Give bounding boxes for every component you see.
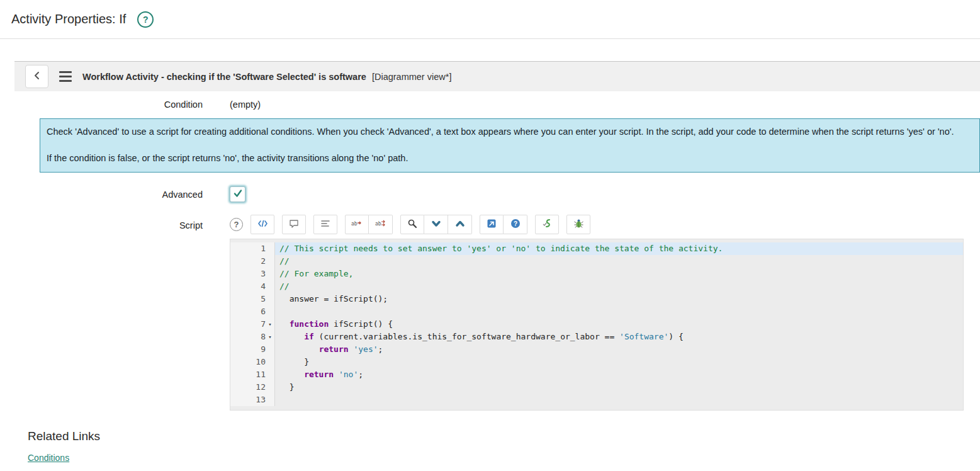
toolbar-group	[313, 215, 337, 234]
code-text: function ifScript() {	[275, 318, 963, 331]
help-icon: ?	[510, 218, 521, 230]
open-fullscreen-button[interactable]	[480, 215, 504, 234]
code-text	[275, 394, 963, 406]
fold-toggle-icon[interactable]: ▾	[266, 318, 274, 331]
line-number-gutter: 6	[230, 305, 275, 318]
activity-title-text: Workflow Activity - checking if the 'Sof…	[82, 72, 366, 82]
toggle-comment-button[interactable]	[282, 215, 306, 234]
page-help-icon[interactable]: ?	[137, 11, 154, 28]
search-button[interactable]	[400, 215, 424, 234]
code-line-2[interactable]: 2//	[230, 255, 963, 268]
page-title: Activity Properties: If	[11, 12, 126, 26]
toolbar-group	[400, 215, 472, 234]
code-line-6[interactable]: 6	[230, 305, 963, 318]
syntax-check-button[interactable]	[535, 215, 559, 234]
fold-toggle-icon[interactable]: ▾	[266, 331, 274, 343]
context-menu-icon[interactable]	[58, 70, 73, 83]
format-code-button[interactable]	[313, 215, 337, 234]
advanced-checkbox[interactable]	[230, 186, 245, 202]
line-number-gutter: 3	[230, 268, 275, 280]
svg-text:ab: ab	[351, 221, 358, 227]
line-number-gutter: 2	[230, 255, 275, 268]
line-number-gutter: 8▾	[230, 331, 275, 343]
line-number-gutter: 12	[230, 381, 275, 394]
script-label: Script	[14, 215, 203, 230]
toolbar-group: abab	[345, 215, 393, 234]
condition-row: Condition (empty)	[14, 99, 980, 110]
code-line-4[interactable]: 4//	[230, 280, 963, 293]
code-line-9[interactable]: 9 return 'yes';	[230, 343, 963, 356]
format-icon	[320, 218, 330, 230]
line-number-gutter: 4	[230, 280, 275, 293]
page-header: Activity Properties: If ?	[0, 0, 980, 39]
toolbar-button-groups: abab?	[251, 215, 590, 234]
replace-all-icon: ab	[375, 218, 386, 230]
toolbar-group	[535, 215, 559, 234]
diagrammer-view-suffix: [Diagrammer view*]	[372, 72, 452, 82]
activity-bar-title: Workflow Activity - checking if the 'Sof…	[82, 72, 451, 82]
script-editor[interactable]: 1// This script needs to set answer to '…	[230, 239, 964, 411]
code-line-10[interactable]: 10 }	[230, 356, 963, 368]
info-message-line1: Check 'Advanced' to use a script for cre…	[47, 127, 973, 137]
script-row: Script ? abab? 1// This script needs to …	[14, 215, 980, 411]
svg-text:?: ?	[513, 220, 517, 227]
code-icon	[257, 218, 268, 230]
replace-all-button[interactable]: ab	[369, 215, 393, 234]
script-debugger-button[interactable]	[566, 215, 590, 234]
toolbar-group	[282, 215, 306, 234]
code-line-11[interactable]: 11 return 'no';	[230, 368, 963, 381]
line-number-gutter: 13	[230, 394, 275, 406]
code-text: }	[275, 356, 963, 368]
advanced-label: Advanced	[14, 190, 203, 200]
code-line-5[interactable]: 5 answer = ifScript();	[230, 293, 963, 305]
code-text: answer = ifScript();	[275, 293, 963, 305]
advanced-row: Advanced	[14, 186, 980, 202]
search-icon	[407, 218, 417, 230]
script-field-area: ? abab? 1// This script needs to set ans…	[230, 215, 964, 411]
find-next-button[interactable]	[424, 215, 448, 234]
activity-properties-form: Workflow Activity - checking if the 'Sof…	[0, 39, 980, 463]
code-line-3[interactable]: 3// For example,	[230, 268, 963, 280]
replace-button[interactable]: ab	[345, 215, 369, 234]
related-link-conditions[interactable]: Conditions	[28, 453, 69, 463]
related-links-title: Related Links	[28, 429, 980, 443]
syntax-editor-toggle-button[interactable]	[251, 215, 274, 234]
popout-icon	[487, 218, 497, 230]
back-button[interactable]	[25, 65, 48, 88]
script-help-icon[interactable]: ?	[230, 218, 243, 231]
chevron-down-icon	[431, 218, 441, 230]
line-number-gutter: 1	[230, 242, 275, 255]
comment-icon	[289, 218, 299, 230]
toolbar-group: ?	[480, 215, 527, 234]
condition-value: (empty)	[230, 99, 261, 110]
code-line-7[interactable]: 7▾ function ifScript() {	[230, 318, 963, 331]
find-previous-button[interactable]	[448, 215, 472, 234]
code-text: // This script needs to set answer to 'y…	[275, 242, 963, 255]
info-message-box: Check 'Advanced' to use a script for cre…	[40, 118, 980, 173]
check-script-icon	[542, 218, 553, 230]
code-text: return 'no';	[275, 368, 963, 381]
chevron-left-icon	[32, 71, 42, 82]
chevron-up-icon	[455, 218, 465, 230]
info-message-line2: If the condition is false, or the script…	[47, 153, 973, 163]
code-line-8[interactable]: 8▾ if (current.variables.is_this_for_sof…	[230, 331, 963, 343]
condition-label: Condition	[14, 99, 203, 110]
code-line-12[interactable]: 12 }	[230, 381, 963, 394]
toolbar-group	[251, 215, 274, 234]
line-number-gutter: 10	[230, 356, 275, 368]
checkmark-icon	[233, 188, 243, 201]
editor-help-button[interactable]: ?	[504, 215, 527, 234]
code-line-1[interactable]: 1// This script needs to set answer to '…	[230, 242, 963, 255]
code-text: if (current.variables.is_this_for_softwa…	[275, 331, 963, 343]
svg-text:ab: ab	[375, 221, 381, 227]
replace-icon: ab	[351, 218, 363, 230]
line-number-gutter: 9	[230, 343, 275, 356]
script-editor-toolbar: ? abab?	[230, 215, 964, 234]
code-line-13[interactable]: 13	[230, 394, 963, 406]
activity-header-bar: Workflow Activity - checking if the 'Sof…	[14, 61, 980, 91]
line-number-gutter: 5	[230, 293, 275, 305]
code-text: //	[275, 280, 963, 293]
related-links-section: Related Links Conditions	[28, 429, 980, 463]
line-number-gutter: 11	[230, 368, 275, 381]
code-text: // For example,	[275, 268, 963, 280]
